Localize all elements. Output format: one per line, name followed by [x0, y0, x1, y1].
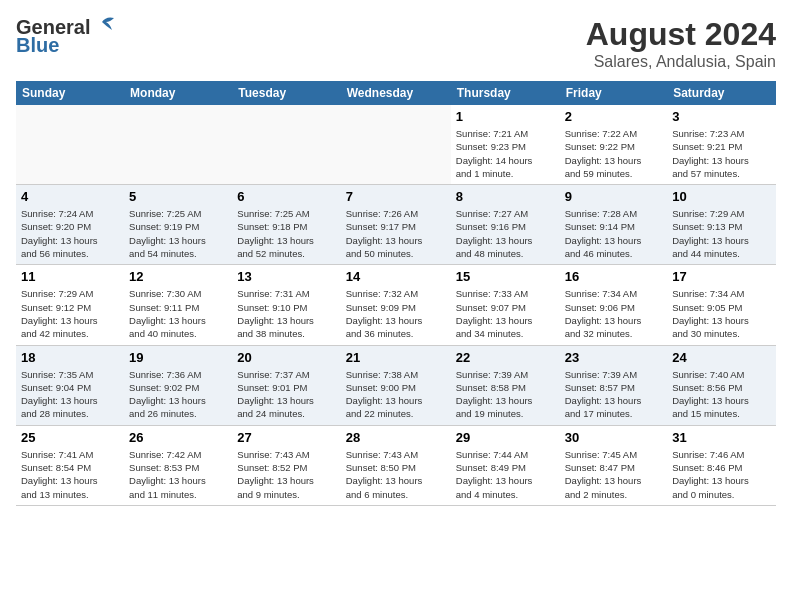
calendar-week-row: 25Sunrise: 7:41 AM Sunset: 8:54 PM Dayli… — [16, 425, 776, 505]
day-number: 13 — [237, 269, 335, 284]
logo-blue-text: Blue — [16, 34, 114, 56]
calendar-cell: 1Sunrise: 7:21 AM Sunset: 9:23 PM Daylig… — [451, 105, 560, 185]
day-info: Sunrise: 7:44 AM Sunset: 8:49 PM Dayligh… — [456, 448, 555, 501]
day-number: 18 — [21, 350, 119, 365]
calendar-cell: 21Sunrise: 7:38 AM Sunset: 9:00 PM Dayli… — [341, 345, 451, 425]
day-number: 25 — [21, 430, 119, 445]
calendar-cell: 5Sunrise: 7:25 AM Sunset: 9:19 PM Daylig… — [124, 185, 232, 265]
calendar-week-row: 18Sunrise: 7:35 AM Sunset: 9:04 PM Dayli… — [16, 345, 776, 425]
page-header: General Blue August 2024 Salares, Andalu… — [16, 16, 776, 71]
title-block: August 2024 Salares, Andalusia, Spain — [586, 16, 776, 71]
calendar-table: SundayMondayTuesdayWednesdayThursdayFrid… — [16, 81, 776, 506]
day-info: Sunrise: 7:21 AM Sunset: 9:23 PM Dayligh… — [456, 127, 555, 180]
calendar-cell: 25Sunrise: 7:41 AM Sunset: 8:54 PM Dayli… — [16, 425, 124, 505]
day-info: Sunrise: 7:34 AM Sunset: 9:06 PM Dayligh… — [565, 287, 662, 340]
day-info: Sunrise: 7:25 AM Sunset: 9:18 PM Dayligh… — [237, 207, 335, 260]
weekday-header: Sunday — [16, 81, 124, 105]
day-number: 19 — [129, 350, 227, 365]
calendar-week-row: 11Sunrise: 7:29 AM Sunset: 9:12 PM Dayli… — [16, 265, 776, 345]
day-number: 1 — [456, 109, 555, 124]
calendar-week-row: 4Sunrise: 7:24 AM Sunset: 9:20 PM Daylig… — [16, 185, 776, 265]
day-info: Sunrise: 7:27 AM Sunset: 9:16 PM Dayligh… — [456, 207, 555, 260]
calendar-cell: 12Sunrise: 7:30 AM Sunset: 9:11 PM Dayli… — [124, 265, 232, 345]
day-info: Sunrise: 7:39 AM Sunset: 8:58 PM Dayligh… — [456, 368, 555, 421]
day-info: Sunrise: 7:38 AM Sunset: 9:00 PM Dayligh… — [346, 368, 446, 421]
logo: General Blue — [16, 16, 114, 56]
calendar-cell: 10Sunrise: 7:29 AM Sunset: 9:13 PM Dayli… — [667, 185, 776, 265]
calendar-cell: 17Sunrise: 7:34 AM Sunset: 9:05 PM Dayli… — [667, 265, 776, 345]
calendar-cell: 23Sunrise: 7:39 AM Sunset: 8:57 PM Dayli… — [560, 345, 667, 425]
day-number: 9 — [565, 189, 662, 204]
day-info: Sunrise: 7:24 AM Sunset: 9:20 PM Dayligh… — [21, 207, 119, 260]
day-info: Sunrise: 7:34 AM Sunset: 9:05 PM Dayligh… — [672, 287, 771, 340]
calendar-cell — [124, 105, 232, 185]
day-number: 23 — [565, 350, 662, 365]
day-number: 27 — [237, 430, 335, 445]
day-number: 10 — [672, 189, 771, 204]
day-info: Sunrise: 7:32 AM Sunset: 9:09 PM Dayligh… — [346, 287, 446, 340]
day-number: 24 — [672, 350, 771, 365]
day-info: Sunrise: 7:26 AM Sunset: 9:17 PM Dayligh… — [346, 207, 446, 260]
day-info: Sunrise: 7:43 AM Sunset: 8:52 PM Dayligh… — [237, 448, 335, 501]
calendar-cell: 29Sunrise: 7:44 AM Sunset: 8:49 PM Dayli… — [451, 425, 560, 505]
day-number: 8 — [456, 189, 555, 204]
calendar-cell: 19Sunrise: 7:36 AM Sunset: 9:02 PM Dayli… — [124, 345, 232, 425]
calendar-cell: 2Sunrise: 7:22 AM Sunset: 9:22 PM Daylig… — [560, 105, 667, 185]
calendar-cell: 14Sunrise: 7:32 AM Sunset: 9:09 PM Dayli… — [341, 265, 451, 345]
day-info: Sunrise: 7:40 AM Sunset: 8:56 PM Dayligh… — [672, 368, 771, 421]
day-number: 30 — [565, 430, 662, 445]
day-number: 15 — [456, 269, 555, 284]
day-number: 21 — [346, 350, 446, 365]
day-number: 3 — [672, 109, 771, 124]
day-info: Sunrise: 7:28 AM Sunset: 9:14 PM Dayligh… — [565, 207, 662, 260]
calendar-cell: 8Sunrise: 7:27 AM Sunset: 9:16 PM Daylig… — [451, 185, 560, 265]
calendar-title: August 2024 — [586, 16, 776, 53]
day-number: 31 — [672, 430, 771, 445]
weekday-header-row: SundayMondayTuesdayWednesdayThursdayFrid… — [16, 81, 776, 105]
calendar-cell: 3Sunrise: 7:23 AM Sunset: 9:21 PM Daylig… — [667, 105, 776, 185]
calendar-subtitle: Salares, Andalusia, Spain — [586, 53, 776, 71]
day-number: 22 — [456, 350, 555, 365]
day-info: Sunrise: 7:37 AM Sunset: 9:01 PM Dayligh… — [237, 368, 335, 421]
calendar-cell: 15Sunrise: 7:33 AM Sunset: 9:07 PM Dayli… — [451, 265, 560, 345]
calendar-cell: 24Sunrise: 7:40 AM Sunset: 8:56 PM Dayli… — [667, 345, 776, 425]
logo-bird-icon — [92, 16, 114, 34]
calendar-cell: 27Sunrise: 7:43 AM Sunset: 8:52 PM Dayli… — [232, 425, 340, 505]
calendar-cell: 13Sunrise: 7:31 AM Sunset: 9:10 PM Dayli… — [232, 265, 340, 345]
weekday-header: Friday — [560, 81, 667, 105]
day-number: 6 — [237, 189, 335, 204]
calendar-week-row: 1Sunrise: 7:21 AM Sunset: 9:23 PM Daylig… — [16, 105, 776, 185]
calendar-cell: 20Sunrise: 7:37 AM Sunset: 9:01 PM Dayli… — [232, 345, 340, 425]
day-number: 28 — [346, 430, 446, 445]
day-info: Sunrise: 7:36 AM Sunset: 9:02 PM Dayligh… — [129, 368, 227, 421]
day-number: 14 — [346, 269, 446, 284]
calendar-cell: 4Sunrise: 7:24 AM Sunset: 9:20 PM Daylig… — [16, 185, 124, 265]
day-info: Sunrise: 7:29 AM Sunset: 9:12 PM Dayligh… — [21, 287, 119, 340]
day-info: Sunrise: 7:46 AM Sunset: 8:46 PM Dayligh… — [672, 448, 771, 501]
day-number: 16 — [565, 269, 662, 284]
calendar-cell: 31Sunrise: 7:46 AM Sunset: 8:46 PM Dayli… — [667, 425, 776, 505]
weekday-header: Saturday — [667, 81, 776, 105]
calendar-cell: 18Sunrise: 7:35 AM Sunset: 9:04 PM Dayli… — [16, 345, 124, 425]
day-number: 4 — [21, 189, 119, 204]
day-number: 26 — [129, 430, 227, 445]
day-number: 29 — [456, 430, 555, 445]
day-info: Sunrise: 7:43 AM Sunset: 8:50 PM Dayligh… — [346, 448, 446, 501]
calendar-cell: 6Sunrise: 7:25 AM Sunset: 9:18 PM Daylig… — [232, 185, 340, 265]
day-info: Sunrise: 7:22 AM Sunset: 9:22 PM Dayligh… — [565, 127, 662, 180]
day-info: Sunrise: 7:42 AM Sunset: 8:53 PM Dayligh… — [129, 448, 227, 501]
weekday-header: Thursday — [451, 81, 560, 105]
calendar-cell: 16Sunrise: 7:34 AM Sunset: 9:06 PM Dayli… — [560, 265, 667, 345]
calendar-cell — [232, 105, 340, 185]
day-number: 7 — [346, 189, 446, 204]
calendar-cell — [341, 105, 451, 185]
day-info: Sunrise: 7:33 AM Sunset: 9:07 PM Dayligh… — [456, 287, 555, 340]
calendar-cell: 26Sunrise: 7:42 AM Sunset: 8:53 PM Dayli… — [124, 425, 232, 505]
calendar-cell: 22Sunrise: 7:39 AM Sunset: 8:58 PM Dayli… — [451, 345, 560, 425]
day-number: 20 — [237, 350, 335, 365]
calendar-cell — [16, 105, 124, 185]
day-info: Sunrise: 7:23 AM Sunset: 9:21 PM Dayligh… — [672, 127, 771, 180]
calendar-cell: 30Sunrise: 7:45 AM Sunset: 8:47 PM Dayli… — [560, 425, 667, 505]
day-number: 5 — [129, 189, 227, 204]
day-number: 11 — [21, 269, 119, 284]
